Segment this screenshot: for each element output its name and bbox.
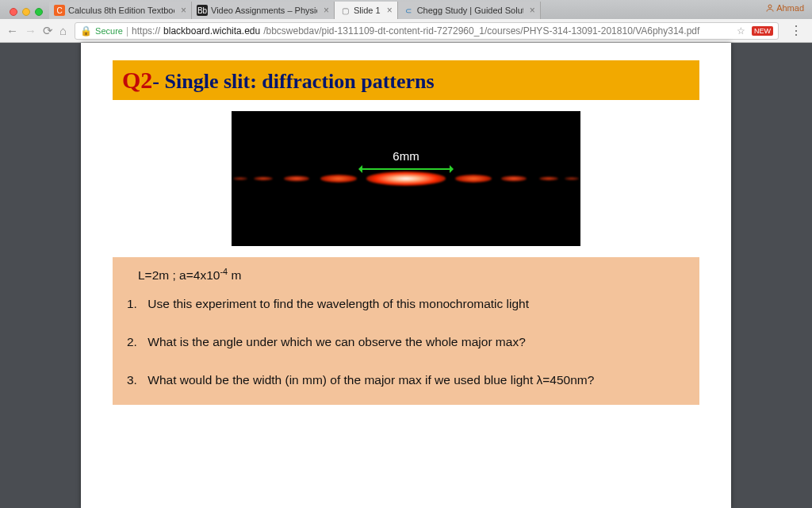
question-box: L=2m ; a=4x10-4 m 1. Use this experiment… — [113, 257, 699, 405]
tab-title: Calculus 8th Edition Textbook — [68, 6, 174, 15]
url-field[interactable]: 🔒 Secure | https://blackboard.wichita.ed… — [75, 22, 779, 40]
bookmark-star-icon[interactable]: ☆ — [737, 25, 745, 37]
question-list: 1. Use this experiment to find the wavel… — [127, 297, 685, 387]
question-item: 1. Use this experiment to find the wavel… — [127, 297, 685, 311]
close-tab-icon[interactable]: × — [387, 5, 393, 16]
tab-favicon: Bb — [197, 5, 208, 16]
diffraction-fringe — [539, 177, 558, 181]
reload-button[interactable]: ⟳ — [43, 24, 53, 38]
question-item: 2. What is the angle under which we can … — [127, 335, 685, 349]
slide-title: Q2- Single slit: diffraction patterns — [113, 60, 699, 100]
browser-menu-icon[interactable]: ⋮ — [787, 23, 806, 38]
profile-indicator[interactable]: Ahmad — [765, 3, 804, 13]
slide-page: Q2- Single slit: diffraction patterns 6m… — [81, 43, 731, 508]
tab-favicon: ⊂ — [403, 5, 414, 16]
extension-badge[interactable]: NEW — [752, 26, 773, 36]
diffraction-fringe — [233, 177, 247, 180]
minimize-window[interactable] — [22, 8, 30, 16]
maximize-window[interactable] — [35, 8, 43, 16]
diffraction-fringe — [320, 175, 357, 183]
pdf-viewport: Q2- Single slit: diffraction patterns 6m… — [0, 43, 812, 508]
lock-icon: 🔒 — [80, 25, 92, 37]
close-tab-icon[interactable]: × — [181, 5, 186, 16]
window-controls[interactable] — [10, 8, 43, 16]
tab-favicon: ▢ — [339, 5, 350, 16]
question-item: 3. What would be the width (in mm) of th… — [127, 373, 685, 387]
tab-title: Slide 1 — [354, 6, 381, 15]
given-parameters: L=2m ; a=4x10-4 m — [138, 267, 685, 283]
slide-title-text: Single slit: diffraction patterns — [159, 70, 435, 93]
diffraction-fringe — [254, 177, 273, 181]
home-button[interactable]: ⌂ — [59, 24, 67, 38]
svg-point-0 — [768, 5, 772, 8]
browser-chrome: CCalculus 8th Edition Textbook×BbVideo A… — [0, 0, 812, 43]
browser-tab[interactable]: CCalculus 8th Edition Textbook× — [49, 2, 192, 19]
diffraction-fringe — [565, 177, 579, 180]
diffraction-image: 6mm — [232, 111, 580, 246]
scale-arrow — [362, 168, 450, 170]
diffraction-fringe — [501, 176, 527, 182]
address-bar: ← → ⟳ ⌂ 🔒 Secure | https://blackboard.wi… — [0, 19, 812, 43]
close-tab-icon[interactable]: × — [324, 5, 329, 16]
scale-label: 6mm — [393, 149, 419, 163]
diffraction-fringe — [284, 176, 309, 182]
diffraction-fringe — [366, 171, 446, 186]
secure-label: Secure — [95, 26, 123, 36]
browser-tab[interactable]: BbVideo Assignments – Physics f× — [192, 2, 335, 19]
tab-title: Video Assignments – Physics f — [211, 6, 317, 15]
forward-button: → — [25, 24, 36, 38]
close-tab-icon[interactable]: × — [530, 5, 535, 16]
close-window[interactable] — [10, 8, 17, 16]
tab-favicon: C — [54, 5, 65, 16]
browser-tab[interactable]: ▢Slide 1× — [335, 2, 398, 19]
tab-title: Chegg Study | Guided Solution — [417, 6, 523, 15]
diffraction-fringe — [455, 175, 492, 183]
tab-bar: CCalculus 8th Edition Textbook×BbVideo A… — [0, 0, 812, 19]
question-number: Q2 — [122, 67, 152, 93]
browser-tab[interactable]: ⊂Chegg Study | Guided Solution× — [398, 2, 541, 19]
back-button[interactable]: ← — [6, 24, 18, 38]
